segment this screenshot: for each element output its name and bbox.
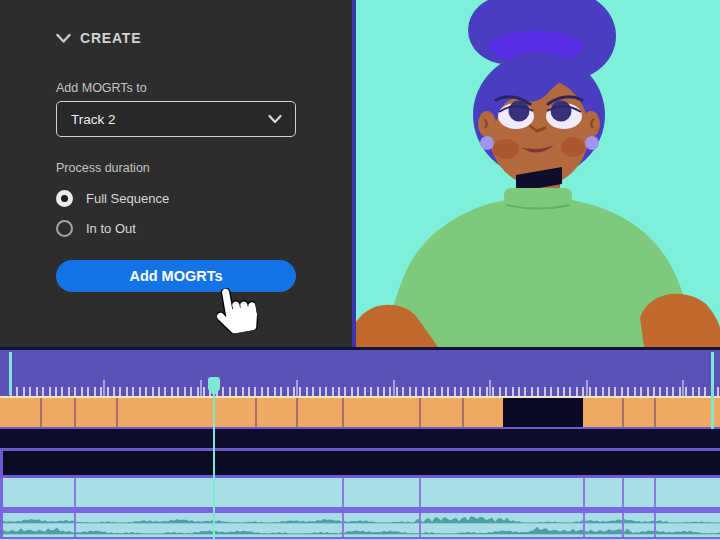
empty-track[interactable] [0, 451, 720, 475]
radio-selected-icon[interactable] [56, 190, 73, 207]
ruler-tick [640, 387, 642, 396]
clip-boundary [583, 513, 585, 537]
premiere-mogrt-app: CREATE Add MOGRTs to Track 2 Process dur… [0, 0, 720, 540]
ruler-tick [608, 387, 610, 396]
ruler-tick [107, 387, 109, 396]
chevron-down-icon [268, 114, 282, 124]
ruler-tick [512, 387, 514, 396]
ruler-tick [370, 387, 372, 396]
radio-option-in-to-out[interactable]: In to Out [56, 219, 136, 237]
radio-icon[interactable] [56, 220, 73, 237]
earring-left [480, 136, 494, 150]
video-track[interactable] [0, 398, 720, 429]
create-section-header[interactable]: CREATE [56, 30, 141, 46]
ruler-tick [113, 387, 115, 396]
ruler-tick [280, 387, 282, 396]
ruler-tick [505, 387, 507, 396]
ruler-tick [158, 387, 160, 396]
clip-boundary [342, 398, 344, 427]
ruler-tick [235, 387, 237, 396]
clip-boundary [342, 513, 344, 537]
program-monitor-preview [352, 0, 720, 347]
ruler-tick [312, 387, 314, 396]
ruler-tick [428, 387, 430, 396]
ruler-tick [139, 387, 141, 396]
ruler-major-tick [682, 380, 684, 396]
ruler-tick [557, 387, 559, 396]
ruler-tick [402, 387, 404, 396]
ruler-tick [293, 387, 295, 396]
clip-boundary [622, 478, 624, 507]
clip-boundary [419, 398, 421, 427]
clip-boundary [419, 478, 421, 507]
clip-gap [503, 398, 583, 427]
ruler-tick [679, 387, 681, 396]
ruler-tick [319, 387, 321, 396]
audio-track-2-waveform[interactable] [0, 513, 720, 537]
ruler-tick [454, 387, 456, 396]
ruler-tick [94, 387, 96, 396]
ruler-tick [229, 387, 231, 396]
timeline-ruler[interactable] [0, 350, 720, 396]
ruler-tick [666, 387, 668, 396]
ruler-tick [164, 387, 166, 396]
ruler-tick [55, 387, 57, 396]
ruler-tick [254, 387, 256, 396]
playhead-line[interactable] [213, 395, 215, 540]
clip-boundary [622, 398, 624, 427]
in-point-marker[interactable] [9, 352, 12, 395]
ruler-tick [190, 387, 192, 396]
ruler-tick [299, 387, 301, 396]
ruler-tick [589, 387, 591, 396]
ruler-tick [177, 387, 179, 396]
process-duration-label: Process duration [56, 161, 150, 175]
ruler-tick [537, 387, 539, 396]
ruler-tick [486, 387, 488, 396]
clip-boundary [654, 398, 656, 427]
earring-right [585, 136, 599, 150]
ruler-tick [422, 387, 424, 396]
ruler-tick [222, 387, 224, 396]
ruler-tick [29, 387, 31, 396]
ruler-tick [582, 387, 584, 396]
ruler-tick [242, 387, 244, 396]
ruler-tick [261, 387, 263, 396]
ruler-tick [602, 387, 604, 396]
ruler-tick [203, 387, 205, 396]
ruler-major-tick [586, 380, 588, 396]
ruler-tick [81, 387, 83, 396]
clip-boundary [74, 398, 76, 427]
ruler-tick [460, 387, 462, 396]
audio-track-1[interactable] [0, 478, 720, 507]
clip-boundary [583, 478, 585, 507]
radio-option-full-sequence[interactable]: Full Sequence [56, 189, 169, 207]
out-point-marker[interactable] [711, 352, 714, 429]
ruler-tick [524, 387, 526, 396]
clip-boundary [622, 513, 624, 537]
ruler-tick [653, 387, 655, 396]
clip-boundary [342, 478, 344, 507]
ruler-tick [68, 387, 70, 396]
radio-label: In to Out [86, 221, 136, 236]
clip-boundary [654, 478, 656, 507]
clip-boundary [296, 398, 298, 427]
ruler-tick [659, 387, 661, 396]
ruler-tick [287, 387, 289, 396]
ruler-tick [61, 387, 63, 396]
ruler-tick [248, 387, 250, 396]
ruler-tick [100, 387, 102, 396]
ruler-tick [467, 387, 469, 396]
audio-waveform [3, 513, 720, 537]
add-mogrts-button[interactable]: Add MOGRTs [56, 260, 296, 292]
track-select[interactable]: Track 2 [56, 101, 296, 137]
playhead-handle[interactable] [207, 376, 221, 397]
ruler-tick [434, 387, 436, 396]
ruler-tick [627, 387, 629, 396]
clip-boundary [462, 398, 464, 427]
ruler-tick [415, 387, 417, 396]
ruler-tick [396, 387, 398, 396]
ruler-tick [152, 387, 154, 396]
section-title: CREATE [80, 30, 141, 46]
ruler-tick [518, 387, 520, 396]
ruler-tick [563, 387, 565, 396]
